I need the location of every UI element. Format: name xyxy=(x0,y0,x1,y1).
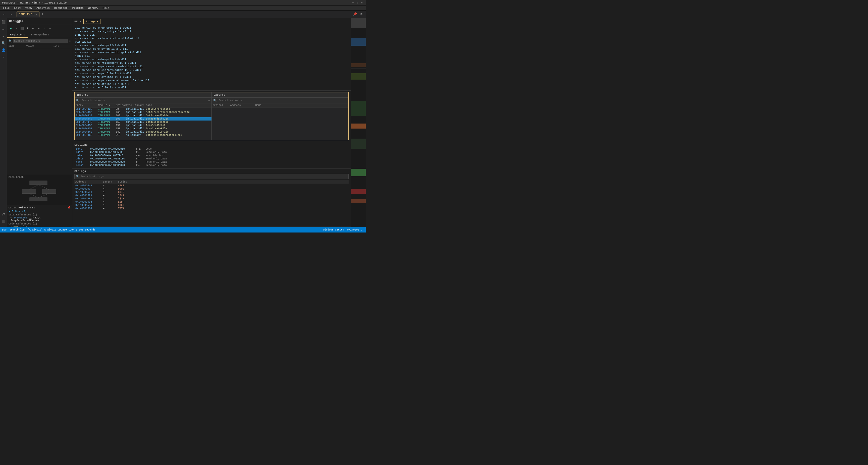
dll-item-16[interactable]: api-ms-win-core-string-l1-1-0.dll xyxy=(74,82,349,86)
dll-item-6[interactable]: api-ms-win-core-synch-l1-2-0.dll xyxy=(74,47,349,51)
split-view-icon[interactable]: ⊞ xyxy=(359,11,364,17)
debug-step-back-button[interactable]: ↩ xyxy=(36,26,41,31)
strings-row-6[interactable]: 0x14000158a 4 D$pH xyxy=(74,204,349,207)
section-row-3[interactable]: .pdata 0x140008000-0x14008818c r-- Read-… xyxy=(74,157,349,160)
debug-run-button[interactable]: ▶ xyxy=(8,26,13,31)
strings-search-input[interactable] xyxy=(81,175,347,178)
strings-area: Strings 🔍 Address Length String 0x140001… xyxy=(72,169,351,211)
section-row-2[interactable]: .data 0x140006000-0x140079c8 rw- Writabl… xyxy=(74,154,349,157)
debug-settings-button[interactable]: ⚙ xyxy=(47,26,52,31)
debug-step-into-button[interactable]: ↓ xyxy=(42,26,47,31)
left-panel: Debugger ▶ ✎ ⬛ ⏸ ↷ ↩ ↓ ⚙ Registers Break… xyxy=(7,18,72,232)
strings-row-7[interactable]: 0x14000158d 4 T$TA xyxy=(74,207,349,210)
triage-tab[interactable]: Triage ▾ xyxy=(83,19,100,24)
imports-row-2[interactable]: 0x140004138 IPHLPAPI 100 iphlpapi.dll Ge… xyxy=(74,114,212,117)
rail-icon-list[interactable]: ☰ xyxy=(0,218,6,224)
strings-row-3[interactable]: 0x140001579 4 \$(A xyxy=(74,194,349,197)
dll-item-14[interactable]: api-ms-win-core-sysinfo-l1-1-0.dll xyxy=(74,75,349,79)
rail-icon-branch[interactable]: ⑂ xyxy=(0,54,6,60)
imports-panel: Imports 🔍 ▲ Entry Module ▲ xyxy=(74,92,212,140)
menu-analysis[interactable]: Analysis xyxy=(34,6,52,10)
close-button[interactable]: ✕ xyxy=(360,1,364,4)
dll-item-17[interactable]: api-ms-win-core-file-l1-1-0.dll xyxy=(74,86,349,89)
rail-icon-cursor[interactable]: ↖ xyxy=(0,33,6,39)
svg-rect-19 xyxy=(351,199,366,203)
dll-item-11[interactable]: api-ms-win-core-processthreads-l1-1-0.dl… xyxy=(74,65,349,68)
xref-header: Cross References 📌 xyxy=(8,206,70,209)
dll-item-5[interactable]: api-ms-win-core-heap-l2-1-0.dll xyxy=(74,44,349,47)
imports-row-0[interactable]: 0x140004128 IPHLPAPI 98 iphlpapi.dll Get… xyxy=(74,107,212,111)
forward-button[interactable]: → xyxy=(8,11,13,17)
tab-close-button[interactable]: ✕ xyxy=(36,13,37,16)
dll-item-2[interactable]: IPHLPAPI.DLL xyxy=(74,33,349,37)
debug-stop-button[interactable]: ⬛ xyxy=(20,26,25,31)
menu-view[interactable]: View xyxy=(23,6,34,10)
pin-icon[interactable]: 📌 xyxy=(352,11,358,17)
dll-item-10[interactable]: api-ms-win-core-rtlsupport-l1-1-0.dll xyxy=(74,61,349,65)
rail-icon-tag[interactable]: 🏷 xyxy=(0,211,6,217)
debug-pause-button[interactable]: ⏸ xyxy=(25,26,30,31)
debug-edit-button[interactable]: ✎ xyxy=(14,26,19,31)
menu-edit[interactable]: Edit xyxy=(12,6,23,10)
exports-table-header: Ordinal Address Name xyxy=(212,103,349,107)
xref-data-entry-0[interactable]: ↦ 14000a0d0 uint32_t IcmpSendEcho2Ex(HAN xyxy=(8,216,70,222)
menu-window[interactable]: Window xyxy=(86,6,100,10)
rail-icon-search[interactable]: 🔍 xyxy=(0,40,6,46)
debug-step-over-button[interactable]: ↷ xyxy=(31,26,36,31)
rail-icon-debug[interactable]: ⬛ xyxy=(0,19,6,25)
imports-row-4[interactable]: 0x140004148 IPHLPAPI 152 iphlpapi.dll Ic… xyxy=(74,121,212,124)
rail-icon-pen[interactable]: ✏ xyxy=(0,26,6,32)
imports-row-6[interactable]: 0x140004158 IPHLPAPI 153 iphlpapi.dll Ic… xyxy=(74,127,212,130)
dll-item-3[interactable]: api-ms-win-core-localization-l1-2-0.dll xyxy=(74,37,349,40)
xref-data-refs: Data References (1) ↦ 14000a0d0 uint32_t… xyxy=(8,213,70,222)
section-row-1[interactable]: .rdata 0x140004000-0x14005530 r-- Read-o… xyxy=(74,151,349,154)
imports-row-8[interactable]: 0x140004168 IPHLPAPI 213 No Library Inte… xyxy=(74,133,212,137)
exports-search-input[interactable] xyxy=(218,99,347,102)
strings-row-5[interactable]: 0x14000158d 4 L$pf xyxy=(74,200,349,204)
menu-debugger[interactable]: Debugger xyxy=(52,6,69,10)
dll-item-4[interactable]: WS2_32.dll xyxy=(74,40,349,44)
dll-item-7[interactable]: api-ms-win-core-errorhandling-l1-1-0.dll xyxy=(74,51,349,54)
section-row-4[interactable]: .rsrc 0x140009000-0x140009820 r-- Read-o… xyxy=(74,160,349,164)
menu-help[interactable]: Help xyxy=(101,6,111,10)
xref-data-refs-title: Data References (1) xyxy=(8,213,37,216)
rail-icon-person[interactable]: 👤 xyxy=(0,47,6,53)
imports-search-input[interactable] xyxy=(81,99,207,102)
back-button[interactable]: ← xyxy=(1,11,7,17)
strings-row-1[interactable]: 0x14000163 4 DSPE xyxy=(74,187,349,191)
xref-title: Cross References xyxy=(8,206,35,209)
exports-empty xyxy=(212,107,349,140)
content-scroll[interactable]: api-ms-win-core-console-l1-1-0.dll api-m… xyxy=(72,25,351,226)
sections-area: Sections .text 0x140001000-0x140003c60 r… xyxy=(72,142,351,169)
tab-registers[interactable]: Registers xyxy=(7,32,28,38)
dll-item-1[interactable]: api-ms-win-core-registry-l1-1-0.dll xyxy=(74,30,349,33)
strings-row-4[interactable]: 0x140001588 4 \$ H xyxy=(74,197,349,200)
imports-scroll-up[interactable]: ▲ xyxy=(208,99,210,102)
imports-row-3[interactable]: 0x140004140 IPHLPAPI 157 iphlpapi.dll Ic… xyxy=(74,117,212,121)
section-row-5[interactable]: .reloc 0x14000a000-0x14000a020 r-- Read-… xyxy=(74,164,349,167)
imports-row-1[interactable]: 0x140004130 IPHLPAPI 268 iphlpapi.dll Se… xyxy=(74,111,212,114)
section-row-0[interactable]: .text 0x140001000-0x140003c60 r-x Code xyxy=(74,147,349,151)
xref-pin-button[interactable]: 📌 xyxy=(68,206,70,209)
tab-ping-exe[interactable]: PING.EXE ▾ ✕ xyxy=(17,11,39,17)
maximize-button[interactable]: ❐ xyxy=(355,1,359,4)
dll-item-0[interactable]: api-ms-win-core-console-l1-1-0.dll xyxy=(74,26,349,30)
menu-file[interactable]: File xyxy=(1,6,11,10)
dll-item-12[interactable]: api-ms-win-core-libraryloader-l1-2-0.dll xyxy=(74,68,349,72)
tab-breakpoints[interactable]: Breakpoints xyxy=(28,32,52,38)
dll-item-8[interactable]: ntdll.dll xyxy=(74,54,349,58)
xref-filter[interactable]: ▸ Filter (2) xyxy=(8,210,70,213)
imports-row-5[interactable]: 0x140004150 IPHLPAPI 151 iphlpapi.dll Ic… xyxy=(74,124,212,127)
registers-search-input[interactable] xyxy=(13,39,68,43)
imports-row-7[interactable]: 0x140004160 IPHLPAPI 149 iphlpapi.dll Ic… xyxy=(74,130,212,133)
menu-plugins[interactable]: Plugins xyxy=(70,6,86,10)
dll-item-15[interactable]: api-ms-win-core-processenvironment-l1-1-… xyxy=(74,79,349,82)
dll-item-13[interactable]: api-ms-win-core-profile-l1-1-0.dll xyxy=(74,72,349,75)
strings-row-2[interactable]: 0x140001564 4 L$TE xyxy=(74,191,349,194)
dll-item-9[interactable]: api-ms-win-core-heap-l1-1-0.dll xyxy=(74,58,349,61)
tab-dropdown-icon[interactable]: ▾ xyxy=(33,12,35,16)
registers-search-options[interactable]: ≡ xyxy=(69,39,70,42)
strings-row-0[interactable]: 0x140001449 4 dSA3 xyxy=(74,184,349,187)
minimize-button[interactable]: — xyxy=(351,1,354,4)
tab-add-button[interactable]: + xyxy=(40,12,45,17)
